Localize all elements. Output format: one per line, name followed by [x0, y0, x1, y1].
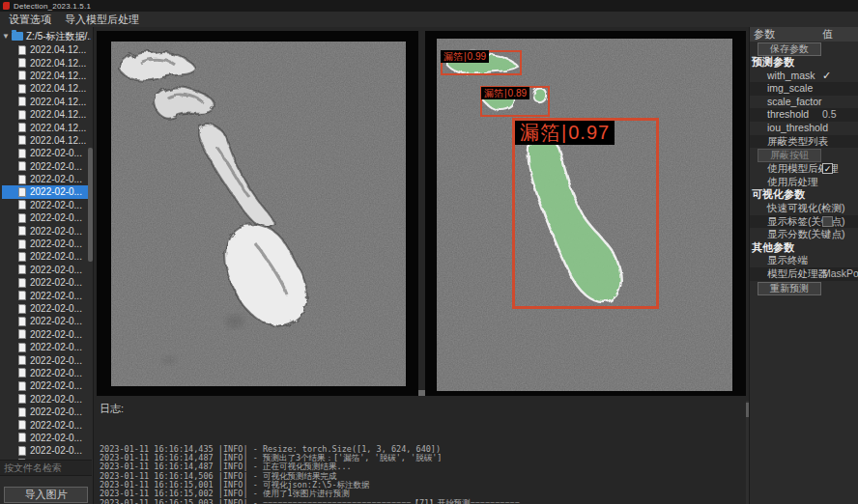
parameter-row[interactable]: iou_threshold	[750, 122, 858, 135]
tree-file-item[interactable]: 2022.04.12...	[2, 82, 91, 95]
parameter-row[interactable]: with_mask ✓	[750, 70, 858, 83]
tree-file-item[interactable]: 2022-02-0...	[2, 160, 91, 173]
tree-scrollbar-thumb[interactable]	[88, 148, 93, 262]
file-icon	[18, 187, 26, 197]
tree-file-item[interactable]: 2022-02-0...	[2, 264, 91, 276]
file-label: 2022.04.12...	[30, 83, 86, 94]
file-label: 2022.04.12...	[30, 123, 86, 133]
param-label[interactable]: scale_factor	[750, 96, 822, 107]
parameter-row[interactable]: 其他参数	[750, 241, 858, 255]
tree-file-item[interactable]: 2022-02-0...	[2, 315, 91, 327]
param-label[interactable]: iou_threshold	[750, 122, 828, 133]
tree-file-item[interactable]: 2022-02-0...	[2, 341, 91, 353]
log-lines: 2023-01-11 16:16:14,435 |INFO| - Resize:…	[97, 418, 746, 504]
parameter-row[interactable]: 预测参数	[750, 56, 858, 70]
parameter-row[interactable]: 屏蔽类型列表	[750, 135, 858, 149]
param-label[interactable]: 屏蔽按钮	[758, 149, 821, 162]
param-value[interactable]: ✓	[822, 70, 831, 83]
tree-file-item[interactable]: 2022-02-0...	[2, 432, 91, 444]
file-icon	[18, 291, 26, 300]
tree-file-item[interactable]: 2022-02-0...	[2, 173, 91, 185]
tree-file-item[interactable]: 2022-02-0...	[2, 211, 91, 224]
parameter-row[interactable]: 保存参数	[750, 42, 858, 56]
file-icon	[18, 317, 26, 326]
tree-file-item[interactable]: 2022-02-0...	[2, 185, 91, 198]
tree-file-item[interactable]: 2022-02-0...	[2, 406, 91, 418]
parameter-row[interactable]: 使用模型后处理 ✓	[750, 162, 858, 176]
parameter-rows: 保存参数 预测参数 with_mask ✓ img_scale scale_fa…	[750, 42, 858, 295]
param-label[interactable]: 显示分数(关键点)	[750, 228, 845, 239]
param-value[interactable]: 0.5	[822, 108, 837, 122]
tree-file-item[interactable]: 2022.04.12...	[2, 121, 91, 133]
param-value[interactable]: MaskPostPro	[822, 267, 858, 281]
param-value[interactable]	[822, 216, 833, 227]
file-icon	[18, 239, 26, 249]
file-icon	[18, 394, 26, 404]
param-label[interactable]: 模型后处理器	[750, 267, 828, 279]
parameter-row[interactable]: 使用后处理	[750, 176, 858, 189]
parameter-row[interactable]: 显示标签(关键点)	[750, 215, 858, 229]
file-icon	[18, 213, 26, 223]
tree-file-item[interactable]: 2022-02-0...	[2, 418, 91, 431]
log-line: 2023-01-11 16:16:15,003 |INFO| - =======…	[100, 499, 746, 504]
tree-file-item[interactable]: 2022-02-0...	[2, 224, 91, 237]
parameter-row[interactable]: scale_factor	[750, 96, 858, 109]
param-label[interactable]: 屏蔽类型列表	[750, 135, 828, 147]
parameter-row[interactable]: threshold 0.5	[750, 108, 858, 122]
tree-file-item[interactable]: 2022-02-0...	[2, 147, 91, 159]
param-label[interactable]: 显示终端	[750, 254, 808, 266]
tree-file-item[interactable]: 2022-02-0...	[2, 302, 91, 315]
import-image-button[interactable]: 导入图片	[4, 487, 88, 503]
file-label: 2022-02-0...	[30, 368, 82, 378]
file-icon	[18, 420, 26, 430]
param-label[interactable]: 其他参数	[750, 241, 794, 253]
tree-file-item[interactable]: 2022.04.12...	[2, 96, 91, 108]
param-label[interactable]: 预测参数	[750, 56, 794, 68]
tree-file-item[interactable]: 2022-02-0...	[2, 379, 91, 392]
param-label[interactable]: 使用后处理	[750, 176, 818, 187]
tree-file-item[interactable]: 2022-02-0...	[2, 393, 91, 406]
file-label: 2022-02-0...	[30, 226, 82, 237]
menu-item[interactable]: 设置选项	[2, 13, 58, 27]
parameter-row[interactable]: 屏蔽按钮	[750, 148, 858, 162]
parameter-row[interactable]: 快速可视化(检测)	[750, 202, 858, 215]
file-icon	[18, 433, 26, 442]
tree-file-item[interactable]: 2022-02-0...	[2, 250, 91, 263]
param-value[interactable]: ✓	[822, 163, 833, 174]
tree-file-item[interactable]: 2022-02-0...	[2, 367, 91, 379]
param-label[interactable]: 保存参数	[758, 42, 821, 56]
tree-file-item[interactable]: 2022-02-0...	[2, 328, 91, 341]
tree-file-item[interactable]: 2022-02-0...	[2, 289, 91, 301]
tree-file-item[interactable]: 2022.04.12...	[2, 56, 91, 69]
parameter-row[interactable]: img_scale	[750, 82, 858, 96]
panel-divider-handle[interactable]	[418, 390, 425, 396]
tree-file-item[interactable]: 2022.04.12...	[2, 70, 91, 82]
file-icon	[18, 200, 26, 210]
caret-down-icon[interactable]: ▼	[2, 32, 9, 41]
parameter-row[interactable]: 显示终端	[750, 254, 858, 267]
tree-root-folder[interactable]: ▼ Z:/5-标注数据/...	[2, 29, 91, 43]
tree-file-item[interactable]: 2022.04.12...	[2, 134, 91, 147]
tree-file-item[interactable]: 2022-02-0...	[2, 444, 91, 457]
param-label[interactable]: 快速可视化(检测)	[750, 202, 845, 213]
menu-item[interactable]: 导入模型后处理	[58, 13, 146, 27]
param-label[interactable]: img_scale	[750, 82, 813, 94]
tree-file-item[interactable]: 2022-02-0...	[2, 238, 91, 250]
tree-file-item[interactable]: 2022-02-0...	[2, 199, 91, 211]
parameter-row[interactable]: 显示分数(关键点)	[750, 228, 858, 241]
tree-file-item[interactable]: 2022-02-0...	[2, 276, 91, 289]
filename-search-input[interactable]	[0, 460, 92, 476]
file-icon	[18, 381, 26, 391]
param-label[interactable]: 重新预测	[758, 282, 821, 295]
parameter-row[interactable]: 重新预测	[750, 281, 858, 295]
parameter-row[interactable]: 模型后处理器 MaskPostPro	[750, 267, 858, 281]
parameter-row[interactable]: 可视化参数	[750, 188, 858, 202]
param-label[interactable]: 可视化参数	[750, 188, 805, 200]
tree-file-item[interactable]: 2022.04.12...	[2, 108, 91, 121]
tree-file-item[interactable]: 2022-02-0...	[2, 353, 91, 366]
param-label[interactable]: with_mask	[750, 70, 815, 81]
param-label[interactable]: threshold	[750, 108, 809, 120]
tree-file-item[interactable]: 2022.04.12...	[2, 43, 91, 56]
file-icon	[18, 265, 26, 274]
file-label: 2022.04.12...	[30, 109, 86, 120]
